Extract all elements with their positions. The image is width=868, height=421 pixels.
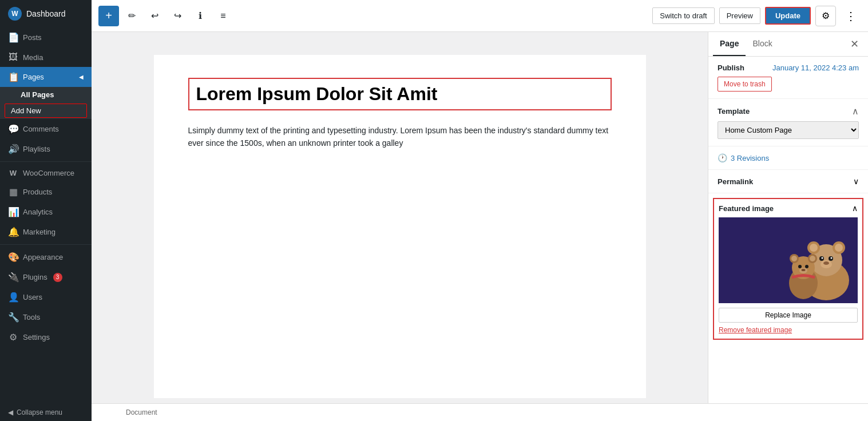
comments-icon: 💬 — [8, 124, 18, 134]
woocommerce-icon: W — [8, 169, 18, 177]
pencil-button[interactable]: ✏ — [121, 6, 142, 26]
right-panel: Page Block ✕ Publish January 11, 2022 4:… — [708, 32, 868, 403]
redo-button[interactable]: ↪ — [167, 6, 188, 26]
page-title[interactable]: Lorem Ipsum Dolor Sit Amit — [196, 84, 604, 105]
dashboard-link[interactable]: W Dashboard — [0, 0, 92, 27]
settings-icon: ⚙ — [8, 332, 18, 343]
panel-close-button[interactable]: ✕ — [846, 33, 863, 55]
sidebar-item-tools[interactable]: 🔧 Tools — [0, 307, 92, 327]
switch-to-draft-button[interactable]: Switch to draft — [652, 7, 714, 24]
appearance-label: Appearance — [23, 253, 63, 261]
template-toggle[interactable]: ∧ — [852, 106, 859, 117]
undo-button[interactable]: ↩ — [144, 6, 165, 26]
pages-label: Pages — [23, 73, 44, 81]
add-block-button[interactable]: + — [98, 6, 119, 26]
tab-page[interactable]: Page — [713, 32, 746, 56]
featured-image-title: Featured image — [719, 204, 774, 213]
svg-point-18 — [798, 265, 802, 268]
sidebar-item-comments[interactable]: 💬 Comments — [0, 119, 92, 139]
wp-logo-icon: W — [8, 7, 22, 21]
svg-point-17 — [810, 256, 815, 261]
posts-label: Posts — [23, 33, 42, 42]
collapse-menu-button[interactable]: ◀ Collapse menu — [0, 404, 92, 421]
playlists-label: Playlists — [23, 145, 50, 153]
tab-block[interactable]: Block — [746, 32, 779, 56]
pages-icon: 📋 — [8, 72, 18, 82]
sidebar: W Dashboard 📄 Posts 🖼 Media 📋 Pages ◀ Al… — [0, 0, 92, 421]
preview-button[interactable]: Preview — [719, 7, 760, 24]
sidebar-item-posts[interactable]: 📄 Posts — [0, 27, 92, 47]
sidebar-item-settings[interactable]: ⚙ Settings — [0, 327, 92, 347]
remove-featured-image-button[interactable]: Remove featured image — [719, 326, 792, 334]
featured-image-svg — [783, 217, 858, 303]
sidebar-divider-2 — [0, 244, 92, 245]
editor-toolbar: + ✏ ↩ ↪ ℹ ≡ Switch to draft Preview Upda… — [92, 0, 868, 32]
update-button[interactable]: Update — [765, 7, 811, 25]
media-icon: 🖼 — [8, 52, 18, 62]
info-button[interactable]: ℹ — [190, 6, 211, 26]
sidebar-item-woocommerce[interactable]: W WooCommerce — [0, 164, 92, 182]
users-label: Users — [23, 293, 42, 301]
plugins-label: Plugins — [23, 273, 47, 281]
gear-settings-button[interactable]: ⚙ — [815, 6, 836, 26]
editor-footer: Document — [92, 403, 868, 421]
sidebar-item-media[interactable]: 🖼 Media — [0, 47, 92, 67]
sidebar-item-analytics[interactable]: 📊 Analytics — [0, 202, 92, 222]
pages-arrow: ◀ — [79, 74, 84, 80]
pages-submenu: All Pages Add New — [0, 87, 92, 119]
products-icon: ▦ — [8, 186, 18, 197]
svg-point-15 — [791, 256, 797, 261]
featured-image-toggle[interactable]: ∧ — [852, 204, 858, 213]
analytics-icon: 📊 — [8, 206, 18, 217]
users-icon: 👤 — [8, 292, 18, 303]
featured-image-preview[interactable] — [719, 217, 858, 303]
svg-point-8 — [822, 257, 823, 259]
sidebar-item-playlists[interactable]: 🔊 Playlists — [0, 139, 92, 159]
page-content-block[interactable]: Lsimply dummy text of the printing and t… — [188, 124, 612, 150]
toolbar-right-actions: Switch to draft Preview Update ⚙ ⋮ — [652, 6, 861, 26]
permalink-label: Permalink — [718, 177, 753, 186]
sidebar-item-pages[interactable]: 📋 Pages ◀ — [0, 67, 92, 87]
sidebar-item-appearance[interactable]: 🎨 Appearance — [0, 247, 92, 267]
permalink-toggle[interactable]: ∨ — [853, 177, 859, 186]
more-options-button[interactable]: ⋮ — [841, 6, 861, 26]
add-new-link[interactable]: Add New — [5, 104, 87, 118]
permalink-header: Permalink ∨ — [718, 177, 859, 186]
revisions-clock-icon: 🕐 — [718, 153, 727, 162]
appearance-icon: 🎨 — [8, 252, 18, 263]
revisions-row[interactable]: 🕐 3 Revisions — [718, 153, 859, 162]
featured-image-header: Featured image ∧ — [719, 204, 858, 213]
template-section-header: Template ∧ — [718, 106, 859, 117]
template-section: Template ∧ Home Custom Page Default Temp… — [708, 99, 868, 146]
sidebar-item-marketing[interactable]: 🔔 Marketing — [0, 222, 92, 242]
list-view-button[interactable]: ≡ — [213, 6, 233, 26]
template-select[interactable]: Home Custom Page Default Template Full W… — [718, 121, 859, 139]
all-pages-link[interactable]: All Pages — [0, 87, 92, 102]
playlists-icon: 🔊 — [8, 144, 18, 154]
tools-icon: 🔧 — [8, 312, 18, 323]
document-label: Document — [126, 408, 157, 416]
sidebar-item-products[interactable]: ▦ Products — [0, 182, 92, 202]
marketing-label: Marketing — [23, 228, 56, 236]
plugins-icon: 🔌 — [8, 272, 18, 283]
editor-content[interactable]: Lorem Ipsum Dolor Sit Amit Lsimply dummy… — [154, 55, 646, 398]
replace-image-button[interactable]: Replace Image — [719, 308, 858, 323]
svg-point-3 — [810, 244, 818, 252]
template-label: Template — [718, 107, 750, 116]
sidebar-item-plugins[interactable]: 🔌 Plugins 3 — [0, 267, 92, 287]
comments-label: Comments — [23, 125, 59, 133]
revisions-label[interactable]: 3 Revisions — [731, 154, 769, 162]
sidebar-item-users[interactable]: 👤 Users — [0, 287, 92, 307]
sidebar-divider-1 — [0, 161, 92, 162]
woocommerce-label: WooCommerce — [23, 169, 74, 177]
settings-label: Settings — [23, 333, 50, 341]
publish-label: Publish — [718, 63, 744, 72]
svg-point-5 — [835, 244, 843, 252]
revisions-section: 🕐 3 Revisions — [708, 146, 868, 170]
marketing-icon: 🔔 — [8, 227, 18, 237]
editor-area: Lorem Ipsum Dolor Sit Amit Lsimply dummy… — [92, 32, 708, 403]
page-title-block[interactable]: Lorem Ipsum Dolor Sit Amit — [188, 78, 612, 110]
publish-date[interactable]: January 11, 2022 4:23 am — [772, 63, 859, 72]
publish-row: Publish January 11, 2022 4:23 am — [718, 63, 859, 72]
move-to-trash-button[interactable]: Move to trash — [718, 77, 772, 92]
